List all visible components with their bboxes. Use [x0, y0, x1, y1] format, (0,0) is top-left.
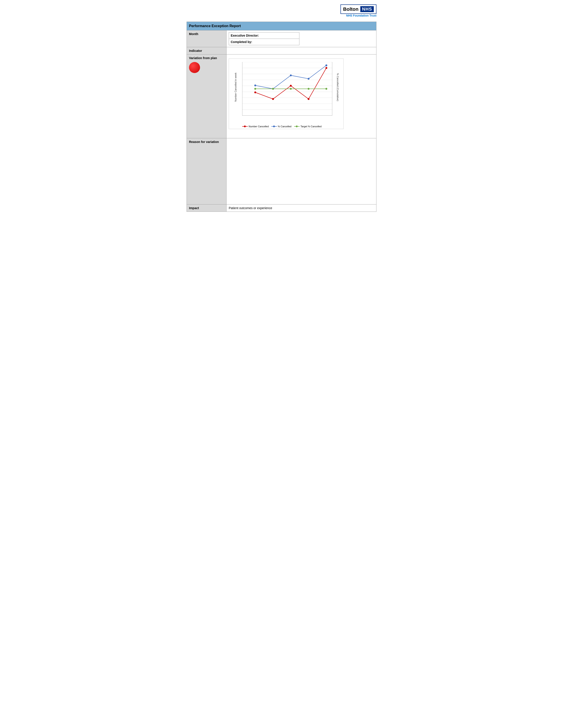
svg-point-55	[273, 126, 275, 127]
svg-point-48	[272, 88, 274, 90]
exec-director-label: Executive Director:	[229, 32, 300, 39]
legend-pct-label: % Cancelled	[278, 125, 292, 128]
legend-target-label: Target % Cancelled	[301, 125, 322, 128]
reason-value-cell	[226, 138, 377, 205]
logo-subtitle: NHS Foundation Trust	[346, 14, 377, 17]
logo-bolton-text: Bolton	[343, 6, 359, 12]
logo-box: Bolton NHS	[341, 4, 377, 14]
svg-point-46	[326, 64, 328, 66]
report-title: Performance Exception Report	[187, 22, 377, 30]
variation-chart-cell: Number Cancelled in week % Cancelled (Cu…	[226, 54, 377, 138]
logo-container: Bolton NHS NHS Foundation Trust	[341, 4, 377, 17]
chart-svg: 0 2 4 6 8 10 12 14 16 18 0 0.2 0.4 0.6	[242, 62, 332, 116]
legend-number-cancelled: Number Cancelled	[242, 125, 269, 128]
table-header-row: Performance Exception Report	[187, 22, 377, 30]
svg-point-41	[326, 67, 328, 69]
legend-target-pct: Target % Cancelled	[294, 125, 322, 128]
svg-point-42	[254, 84, 256, 86]
svg-point-49	[290, 88, 292, 90]
chart-legend: Number Cancelled % Cancelled	[242, 125, 322, 128]
legend-pct-cancelled: % Cancelled	[271, 125, 292, 128]
reason-row: Reason for variation	[187, 138, 377, 205]
svg-point-51	[326, 88, 328, 90]
exec-info-cell: Executive Director: Completed by:	[226, 30, 377, 47]
exec-director-row: Executive Director:	[229, 32, 300, 39]
svg-point-40	[308, 98, 310, 100]
impact-label: Impact	[189, 206, 199, 210]
logo-nhs-text: NHS	[360, 6, 374, 12]
svg-point-39	[290, 85, 292, 86]
month-row: Month Executive Director: Completed by:	[187, 30, 377, 47]
month-label: Month	[187, 30, 226, 47]
y-axis-right-label: % Cancelled (Cumulative)	[332, 59, 343, 116]
svg-point-50	[308, 88, 310, 90]
impact-value-cell: Patient outcomes or experience	[226, 205, 377, 212]
reason-label: Reason for variation	[189, 140, 219, 144]
completed-by-row: Completed by:	[229, 39, 300, 45]
reason-label-cell: Reason for variation	[187, 138, 226, 205]
svg-point-38	[272, 98, 274, 100]
svg-point-47	[254, 88, 256, 90]
indicator-label: Indicator	[187, 47, 226, 54]
svg-point-45	[308, 78, 310, 80]
exec-table: Executive Director: Completed by:	[229, 32, 300, 45]
svg-point-57	[296, 126, 298, 127]
impact-row: Impact Patient outcomes or experience	[187, 205, 377, 212]
completed-by-label: Completed by:	[229, 39, 300, 45]
svg-point-53	[244, 126, 246, 127]
y-axis-left-label: Number Cancelled in week	[229, 59, 242, 116]
variation-row: Variation from plan Number Cancelled in …	[187, 54, 377, 138]
indicator-value-cell	[226, 47, 377, 54]
report-table: Performance Exception Report Month Execu…	[186, 22, 377, 212]
page-header: Bolton NHS NHS Foundation Trust	[186, 4, 377, 17]
status-indicator-red	[189, 62, 200, 73]
legend-number-label: Number Cancelled	[248, 125, 269, 128]
number-cancelled-line	[255, 68, 326, 99]
svg-point-37	[254, 91, 256, 93]
svg-point-44	[290, 75, 292, 76]
indicator-row: Indicator	[187, 47, 377, 54]
impact-label-cell: Impact	[187, 205, 226, 212]
variation-label: Variation from plan	[189, 56, 224, 60]
variation-label-cell: Variation from plan	[187, 54, 226, 138]
chart-container: Number Cancelled in week % Cancelled (Cu…	[229, 58, 344, 129]
